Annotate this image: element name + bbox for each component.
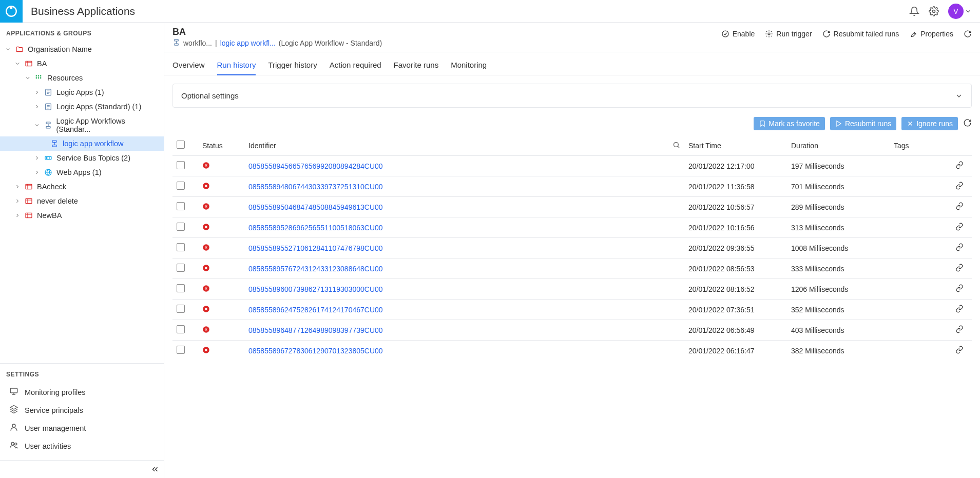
settings-icon[interactable] [929, 6, 939, 16]
bc-current-link[interactable]: logic app workfl... [220, 39, 276, 47]
tree-ba[interactable]: BA [0, 56, 164, 71]
tab-run-history[interactable]: Run history [217, 57, 256, 75]
resubmit-failed-button[interactable]: Resubmit failed runs [822, 30, 899, 38]
run-identifier-link[interactable]: 08585589576724312433123088648CU00 [248, 265, 383, 273]
row-checkbox[interactable] [177, 325, 185, 333]
tree-label: Organisation Name [28, 45, 92, 53]
run-identifier-link[interactable]: 08585589672783061290701323805CU00 [248, 347, 383, 355]
svg-point-30 [674, 142, 679, 147]
tree-logic-apps[interactable]: Logic Apps (1) [0, 85, 164, 99]
row-checkbox[interactable] [177, 346, 185, 354]
link-icon[interactable] [955, 286, 964, 294]
tree-resources[interactable]: Resources [0, 71, 164, 85]
run-identifier-link[interactable]: 08585589504684748508845949613CU00 [248, 203, 383, 211]
run-identifier-link[interactable]: 08585589456657656992080894284CU00 [248, 162, 383, 170]
row-checkbox[interactable] [177, 284, 185, 292]
settings-monitoring[interactable]: Monitoring profiles [0, 383, 164, 401]
run-identifier-link[interactable]: 08585589624752826174124170467CU00 [248, 306, 383, 314]
chevron-down-icon [34, 122, 41, 128]
tree-label: Resources [47, 74, 83, 82]
link-icon[interactable] [955, 347, 964, 355]
link-icon[interactable] [955, 306, 964, 314]
tree-logic-app-workflows[interactable]: Logic App Workflows (Standar... [0, 114, 164, 136]
row-checkbox[interactable] [177, 161, 185, 169]
app-logo[interactable] [0, 0, 23, 23]
tab-trigger-history[interactable]: Trigger history [268, 57, 317, 75]
app-group-icon [25, 197, 34, 205]
bc-parent[interactable]: workflo... [183, 39, 212, 47]
tree-label: Logic App Workflows (Standar... [56, 117, 160, 133]
table-row: 08585589552710612841107476798CU0020/01/2… [172, 238, 972, 258]
tree-logic-apps-std[interactable]: Logic Apps (Standard) (1) [0, 99, 164, 114]
link-icon[interactable] [955, 224, 964, 232]
svg-point-28 [768, 33, 770, 35]
tab-favorite-runs[interactable]: Favorite runs [394, 57, 439, 75]
button-label: Resubmit runs [845, 120, 891, 128]
row-checkbox[interactable] [177, 264, 185, 272]
settings-label: User activities [25, 442, 71, 450]
tab-action-required[interactable]: Action required [330, 57, 381, 75]
grid-icon [35, 74, 44, 82]
ignore-runs-button[interactable]: Ignore runs [901, 117, 958, 130]
tab-overview[interactable]: Overview [172, 57, 205, 75]
run-identifier-link[interactable]: 08585589600739862713119303000CU00 [248, 285, 383, 293]
settings-principals[interactable]: Service principals [0, 401, 164, 419]
settings-activities[interactable]: User activities [0, 437, 164, 455]
tree-logic-app-workflow-item[interactable]: logic app workflow [0, 136, 164, 151]
link-icon[interactable] [955, 163, 964, 171]
workflow-icon [50, 140, 60, 148]
settings-label: Service principals [25, 406, 83, 414]
bc-sep: | [215, 39, 217, 47]
tab-monitoring[interactable]: Monitoring [451, 57, 487, 75]
collapse-sidebar[interactable] [0, 460, 164, 478]
properties-button[interactable]: Properties [909, 30, 953, 38]
svg-rect-13 [46, 127, 50, 128]
tree-label: logic app workflow [63, 140, 123, 148]
svg-rect-16 [45, 156, 51, 159]
user-icon [9, 423, 18, 433]
run-trigger-button[interactable]: Run trigger [765, 30, 812, 38]
select-all-checkbox[interactable] [177, 141, 185, 149]
run-start-time: 20/01/2022 08:16:52 [684, 279, 787, 300]
app-group-icon [25, 59, 34, 68]
run-identifier-link[interactable]: 08585589528696256551100518063CU00 [248, 224, 383, 232]
refresh-table-button[interactable] [963, 118, 972, 129]
tree-never-delete[interactable]: never delete [0, 194, 164, 208]
run-identifier-link[interactable]: 08585589552710612841107476798CU00 [248, 244, 383, 252]
svg-point-24 [15, 443, 17, 445]
svg-rect-19 [26, 198, 32, 203]
svg-rect-26 [175, 44, 179, 45]
notifications-icon[interactable] [909, 6, 919, 16]
run-start-time: 20/01/2022 12:17:00 [684, 156, 787, 176]
mark-favorite-button[interactable]: Mark as favorite [754, 117, 825, 130]
svg-rect-7 [36, 77, 37, 78]
tree-web-apps[interactable]: Web Apps (1) [0, 165, 164, 180]
tree-org[interactable]: Organisation Name [0, 42, 164, 56]
link-icon[interactable] [955, 245, 964, 253]
refresh-page-button[interactable] [964, 30, 972, 38]
search-icon[interactable] [672, 142, 680, 150]
tree-service-bus[interactable]: Service Bus Topics (2) [0, 151, 164, 165]
table-row: 08585589624752826174124170467CU0020/01/2… [172, 300, 972, 320]
row-checkbox[interactable] [177, 243, 185, 251]
link-icon[interactable] [955, 183, 964, 191]
status-failed-icon [202, 223, 210, 231]
enable-button[interactable]: Enable [721, 30, 755, 38]
tree-newba[interactable]: NewBA [0, 208, 164, 223]
row-checkbox[interactable] [177, 223, 185, 231]
run-identifier-link[interactable]: 08585589648771264989098397739CU00 [248, 326, 383, 334]
app-group-icon [25, 183, 34, 191]
resubmit-runs-button[interactable]: Resubmit runs [830, 117, 896, 130]
row-checkbox[interactable] [177, 305, 185, 313]
status-failed-icon [202, 203, 210, 210]
row-checkbox[interactable] [177, 202, 185, 210]
link-icon[interactable] [955, 327, 964, 335]
settings-users[interactable]: User management [0, 419, 164, 437]
optional-settings-panel[interactable]: Optional settings [172, 84, 972, 108]
row-checkbox[interactable] [177, 182, 185, 190]
link-icon[interactable] [955, 265, 964, 273]
tree-bacheck[interactable]: BAcheck [0, 180, 164, 194]
run-identifier-link[interactable]: 08585589480674430339737251310CU00 [248, 183, 383, 191]
user-menu[interactable]: V [948, 4, 972, 19]
link-icon[interactable] [955, 204, 964, 212]
